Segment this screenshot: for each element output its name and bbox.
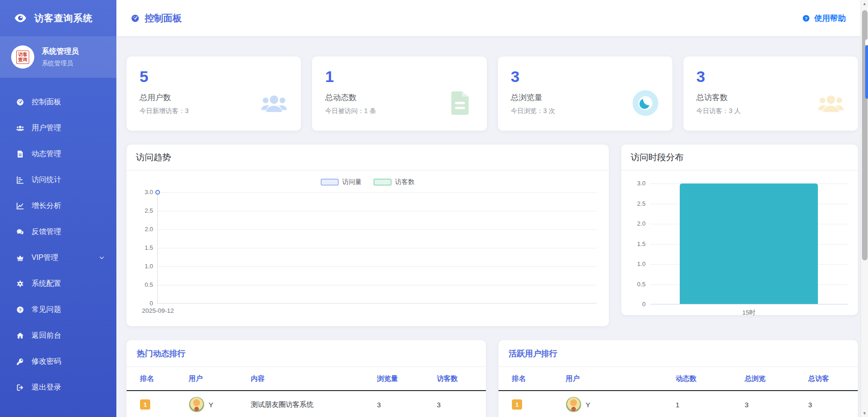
legend-item-visitors[interactable]: 访客数 xyxy=(374,178,415,186)
crown-icon xyxy=(16,253,25,262)
avatar: 访客 查询 xyxy=(11,45,34,69)
app-brand: 访客查询系统 xyxy=(0,0,116,36)
stat-value: 3 xyxy=(696,68,845,86)
tables-row: 热门动态排行 排名 用户 内容 浏览量 访客数 1 xyxy=(127,340,858,417)
stat-card-total-users: 5 总用户数 今日新增访客：3 xyxy=(127,57,301,131)
sidebar-menu: 控制面板 用户管理 动态管理 访问统计 增长分析 反馈管理 xyxy=(0,78,116,400)
user-cell: Y xyxy=(566,397,676,412)
stat-card-total-visitors: 3 总访客数 今日访客：3 人 xyxy=(683,57,858,131)
y-tick: 0 xyxy=(134,300,153,307)
sidebar-item-growth[interactable]: 增长分析 xyxy=(0,193,116,219)
chart-legend: 访问量 访客数 xyxy=(127,178,609,186)
dashboard-icon xyxy=(16,98,25,107)
hour-bar-15[interactable] xyxy=(680,183,818,304)
post-content: 测试朋友圈访客系统 xyxy=(251,400,377,409)
app-title: 访客查询系统 xyxy=(34,12,93,25)
visitors-count: 3 xyxy=(437,401,486,409)
visitors-group-icon xyxy=(816,88,846,118)
legend-swatch xyxy=(321,179,338,185)
hot-posts-card: 热门动态排行 排名 用户 内容 浏览量 访客数 1 xyxy=(127,340,486,417)
sidebar-item-password[interactable]: 修改密码 xyxy=(0,348,116,374)
question-icon xyxy=(16,305,25,314)
question-icon xyxy=(802,14,811,23)
eye-badge-icon xyxy=(631,88,660,118)
chevron-down-icon xyxy=(98,254,105,261)
sidebar-item-posts[interactable]: 动态管理 xyxy=(0,141,116,167)
sidebar-item-visit-stats[interactable]: 访问统计 xyxy=(0,167,116,193)
visit-hours-chart-card: 访问时段分布 3.0 2.5 2.0 1.5 1.0 0.5 xyxy=(621,145,858,315)
table-row: 1 Y 1 3 3 xyxy=(498,391,858,417)
charts-row: 访问趋势 访问量 访客数 xyxy=(127,145,858,326)
table-title: 活跃用户排行 xyxy=(498,340,858,367)
table-header-row: 排名 用户 内容 浏览量 访客数 xyxy=(127,367,486,391)
active-users-table: 排名 用户 动态数 总浏览 总访客 1 Y 1 xyxy=(498,367,858,417)
y-tick: 2.0 xyxy=(627,220,645,227)
sidebar-item-dashboard[interactable]: 控制面板 xyxy=(0,89,116,115)
sidebar-item-faq[interactable]: 常见问题 xyxy=(0,297,116,322)
chart-title: 访问趋势 xyxy=(127,145,609,171)
legend-swatch xyxy=(374,179,391,185)
main-area: 控制面板 使用帮助 5 总用户数 今日新增访客：3 1 总动态数 今日被访问 xyxy=(116,0,868,417)
floating-widget[interactable] xyxy=(865,45,868,99)
topbar: 控制面板 使用帮助 xyxy=(116,0,868,36)
stats-row: 5 总用户数 今日新增访客：3 1 总动态数 今日被访问：1 条 3 总浏览量 … xyxy=(127,57,858,131)
user-cell: Y xyxy=(189,397,251,412)
scroll-down-arrow[interactable]: ▼ xyxy=(861,410,868,417)
comments-icon xyxy=(16,227,25,236)
visit-trend-chart-card: 访问趋势 访问量 访客数 xyxy=(127,145,609,326)
legend-item-views[interactable]: 访问量 xyxy=(321,178,362,186)
y-tick: 0.5 xyxy=(134,281,153,288)
bar-chart-icon xyxy=(16,176,25,184)
stat-value: 5 xyxy=(140,68,288,86)
y-tick: 1.5 xyxy=(627,240,645,247)
eye-logo-icon xyxy=(14,12,27,25)
stat-card-total-views: 3 总浏览量 今日浏览：3 次 xyxy=(498,57,672,131)
views-count: 3 xyxy=(377,401,437,409)
avatar xyxy=(189,397,204,412)
stat-card-total-posts: 1 总动态数 今日被访问：1 条 xyxy=(312,57,486,131)
key-icon xyxy=(16,357,25,366)
sidebar-item-config[interactable]: 系统配置 xyxy=(0,271,116,297)
gear-icon xyxy=(16,279,25,288)
y-tick: 0 xyxy=(627,301,645,308)
active-users-card: 活跃用户排行 排名 用户 动态数 总浏览 总访客 1 xyxy=(498,340,858,417)
document-icon xyxy=(445,88,475,118)
users-icon xyxy=(16,124,25,133)
sidebar-item-frontend[interactable]: 返回前台 xyxy=(0,322,116,348)
profile-role: 系统管理员 xyxy=(42,59,79,68)
help-button[interactable]: 使用帮助 xyxy=(802,13,846,24)
views-count: 3 xyxy=(745,401,808,409)
scroll-up-arrow[interactable]: ▲ xyxy=(861,0,868,7)
sidebar-item-vip[interactable]: VIP管理 xyxy=(0,245,116,271)
table-header-row: 排名 用户 动态数 总浏览 总访客 xyxy=(498,367,858,391)
y-tick: 2.0 xyxy=(134,226,153,233)
trend-plot-area: 3.0 2.5 2.0 1.5 1.0 0.5 0 2025-09-12 xyxy=(157,192,597,303)
chart-title: 访问时段分布 xyxy=(621,145,858,171)
user-profile: 访客 查询 系统管理员 系统管理员 xyxy=(0,36,116,78)
y-tick: 1.0 xyxy=(627,260,645,267)
logout-icon xyxy=(16,383,25,392)
dashboard-icon xyxy=(130,13,140,23)
users-group-icon xyxy=(259,88,289,118)
y-tick: 2.5 xyxy=(134,207,153,214)
avatar xyxy=(566,397,581,412)
data-point-views[interactable] xyxy=(155,190,160,195)
seal-logo: 访客 查询 xyxy=(16,51,29,64)
table-row: 1 Y 测试朋友圈访客系统 3 3 xyxy=(127,391,486,417)
sidebar-item-feedback[interactable]: 反馈管理 xyxy=(0,219,116,245)
profile-text: 系统管理员 系统管理员 xyxy=(42,47,79,68)
sidebar-item-logout[interactable]: 退出登录 xyxy=(0,374,116,400)
table-title: 热门动态排行 xyxy=(127,340,486,367)
dashboard-page: 访客查询系统 访客 查询 系统管理员 系统管理员 控制面板 用户管理 xyxy=(0,0,868,417)
x-tick: 15时 xyxy=(650,309,848,317)
posts-count: 1 xyxy=(676,401,745,409)
file-icon xyxy=(16,150,25,158)
y-tick: 3.0 xyxy=(134,189,153,196)
content: 5 总用户数 今日新增访客：3 1 总动态数 今日被访问：1 条 3 总浏览量 … xyxy=(116,36,868,417)
hot-posts-table: 排名 用户 内容 浏览量 访客数 1 Y 测试朋友圈访 xyxy=(127,367,486,417)
x-tick: 2025-09-12 xyxy=(142,307,174,314)
stat-value: 1 xyxy=(325,68,473,86)
sidebar: 访客查询系统 访客 查询 系统管理员 系统管理员 控制面板 用户管理 xyxy=(0,0,116,417)
sidebar-item-users[interactable]: 用户管理 xyxy=(0,115,116,141)
y-tick: 1.0 xyxy=(134,263,153,270)
